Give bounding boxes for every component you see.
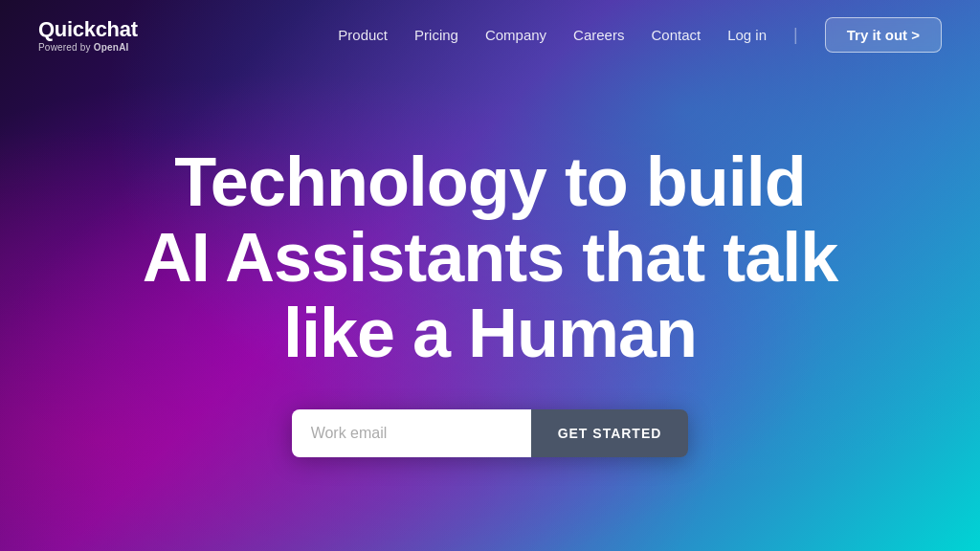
nav-divider: |	[793, 25, 798, 45]
nav-contact[interactable]: Contact	[651, 27, 701, 43]
work-email-input[interactable]	[292, 409, 531, 457]
get-started-button[interactable]: GET STARTED	[531, 409, 689, 457]
nav-pricing[interactable]: Pricing	[414, 27, 458, 43]
nav-careers[interactable]: Careers	[573, 27, 624, 43]
hero-title-line3: like a Human	[283, 295, 697, 371]
brand-name: Quickchat	[38, 17, 138, 42]
hero-title-line2: AI Assistants that talk	[143, 219, 838, 296]
hero-section: Quickchat Powered by OpenAI Product Pric…	[0, 0, 980, 551]
nav-links: Product Pricing Company Careers Contact …	[338, 17, 942, 53]
hero-title-line1: Technology to build	[174, 143, 806, 220]
try-it-out-button[interactable]: Try it out >	[825, 17, 942, 53]
nav-login[interactable]: Log in	[727, 27, 767, 43]
nav-product[interactable]: Product	[338, 27, 388, 43]
hero-content: Technology to build AI Assistants that t…	[66, 51, 915, 551]
hero-title: Technology to build AI Assistants that t…	[143, 144, 838, 372]
nav-company[interactable]: Company	[485, 27, 546, 43]
logo-area: Quickchat Powered by OpenAI	[38, 17, 138, 53]
email-form: GET STARTED	[292, 409, 689, 457]
